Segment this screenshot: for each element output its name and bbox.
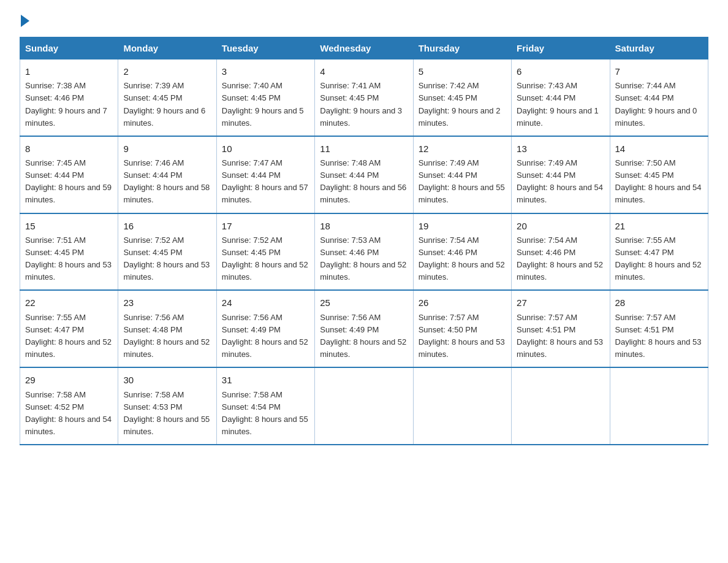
- day-cell: 13Sunrise: 7:49 AMSunset: 4:44 PMDayligh…: [512, 136, 610, 213]
- day-cell: 23Sunrise: 7:56 AMSunset: 4:48 PMDayligh…: [118, 290, 216, 367]
- day-number: 14: [615, 142, 703, 156]
- day-cell: 17Sunrise: 7:52 AMSunset: 4:45 PMDayligh…: [216, 213, 314, 291]
- calendar-body: 1Sunrise: 7:38 AMSunset: 4:46 PMDaylight…: [20, 59, 708, 445]
- day-info: Sunrise: 7:56 AMSunset: 4:48 PMDaylight:…: [123, 313, 210, 359]
- day-cell: 31Sunrise: 7:58 AMSunset: 4:54 PMDayligh…: [216, 367, 314, 445]
- header-row: SundayMondayTuesdayWednesdayThursdayFrid…: [20, 37, 708, 59]
- day-number: 18: [320, 219, 408, 233]
- day-info: Sunrise: 7:46 AMSunset: 4:44 PMDaylight:…: [123, 158, 210, 204]
- day-cell: 1Sunrise: 7:38 AMSunset: 4:46 PMDaylight…: [20, 59, 118, 136]
- day-number: 1: [25, 64, 113, 79]
- day-cell: 8Sunrise: 7:45 AMSunset: 4:44 PMDaylight…: [20, 136, 118, 213]
- day-cell: 26Sunrise: 7:57 AMSunset: 4:50 PMDayligh…: [413, 290, 511, 367]
- day-number: 9: [123, 142, 211, 156]
- calendar-header: SundayMondayTuesdayWednesdayThursdayFrid…: [20, 37, 708, 59]
- header-cell-sunday: Sunday: [20, 37, 118, 59]
- header-cell-saturday: Saturday: [610, 37, 708, 59]
- day-number: 23: [123, 296, 211, 310]
- day-info: Sunrise: 7:50 AMSunset: 4:45 PMDaylight:…: [615, 158, 702, 204]
- day-info: Sunrise: 7:54 AMSunset: 4:46 PMDaylight:…: [517, 236, 603, 282]
- day-cell: [610, 367, 708, 445]
- day-info: Sunrise: 7:49 AMSunset: 4:44 PMDaylight:…: [517, 158, 603, 204]
- week-row-2: 8Sunrise: 7:45 AMSunset: 4:44 PMDaylight…: [20, 136, 708, 213]
- day-cell: 10Sunrise: 7:47 AMSunset: 4:44 PMDayligh…: [216, 136, 314, 213]
- day-info: Sunrise: 7:39 AMSunset: 4:45 PMDaylight:…: [123, 81, 205, 127]
- day-number: 17: [222, 219, 309, 233]
- day-number: 21: [615, 219, 703, 233]
- day-number: 10: [222, 142, 309, 156]
- header-cell-friday: Friday: [512, 37, 610, 59]
- day-number: 25: [320, 296, 408, 310]
- day-cell: [315, 367, 413, 445]
- day-cell: 19Sunrise: 7:54 AMSunset: 4:46 PMDayligh…: [413, 213, 511, 291]
- day-cell: 2Sunrise: 7:39 AMSunset: 4:45 PMDaylight…: [118, 59, 216, 136]
- day-info: Sunrise: 7:38 AMSunset: 4:46 PMDaylight:…: [25, 81, 107, 127]
- week-row-1: 1Sunrise: 7:38 AMSunset: 4:46 PMDaylight…: [20, 59, 708, 136]
- day-number: 6: [517, 64, 604, 79]
- header-cell-monday: Monday: [118, 37, 216, 59]
- day-number: 11: [320, 142, 408, 156]
- day-cell: 7Sunrise: 7:44 AMSunset: 4:44 PMDaylight…: [610, 59, 708, 136]
- header-cell-thursday: Thursday: [413, 37, 511, 59]
- day-number: 20: [517, 219, 604, 233]
- day-info: Sunrise: 7:41 AMSunset: 4:45 PMDaylight:…: [320, 81, 402, 127]
- day-cell: 24Sunrise: 7:56 AMSunset: 4:49 PMDayligh…: [216, 290, 314, 367]
- day-info: Sunrise: 7:53 AMSunset: 4:46 PMDaylight:…: [320, 236, 406, 282]
- day-number: 7: [615, 64, 703, 79]
- day-number: 22: [25, 296, 113, 310]
- week-row-3: 15Sunrise: 7:51 AMSunset: 4:45 PMDayligh…: [20, 213, 708, 291]
- day-info: Sunrise: 7:51 AMSunset: 4:45 PMDaylight:…: [25, 236, 112, 282]
- day-info: Sunrise: 7:57 AMSunset: 4:51 PMDaylight:…: [517, 313, 603, 359]
- day-info: Sunrise: 7:44 AMSunset: 4:44 PMDaylight:…: [615, 81, 697, 127]
- week-row-5: 29Sunrise: 7:58 AMSunset: 4:52 PMDayligh…: [20, 367, 708, 445]
- day-cell: 15Sunrise: 7:51 AMSunset: 4:45 PMDayligh…: [20, 213, 118, 291]
- day-cell: 16Sunrise: 7:52 AMSunset: 4:45 PMDayligh…: [118, 213, 216, 291]
- day-number: 2: [123, 64, 211, 79]
- day-cell: 12Sunrise: 7:49 AMSunset: 4:44 PMDayligh…: [413, 136, 511, 213]
- day-info: Sunrise: 7:52 AMSunset: 4:45 PMDaylight:…: [123, 236, 210, 282]
- day-info: Sunrise: 7:47 AMSunset: 4:44 PMDaylight:…: [222, 158, 308, 204]
- day-info: Sunrise: 7:49 AMSunset: 4:44 PMDaylight:…: [419, 158, 505, 204]
- day-info: Sunrise: 7:55 AMSunset: 4:47 PMDaylight:…: [615, 236, 702, 282]
- day-info: Sunrise: 7:58 AMSunset: 4:53 PMDaylight:…: [123, 390, 210, 436]
- day-number: 19: [419, 219, 506, 233]
- day-info: Sunrise: 7:57 AMSunset: 4:51 PMDaylight:…: [615, 313, 702, 359]
- day-cell: [512, 367, 610, 445]
- header-cell-tuesday: Tuesday: [216, 37, 314, 59]
- day-cell: 21Sunrise: 7:55 AMSunset: 4:47 PMDayligh…: [610, 213, 708, 291]
- page-header: [20, 15, 708, 25]
- day-cell: 25Sunrise: 7:56 AMSunset: 4:49 PMDayligh…: [315, 290, 413, 367]
- day-cell: 6Sunrise: 7:43 AMSunset: 4:44 PMDaylight…: [512, 59, 610, 136]
- day-info: Sunrise: 7:57 AMSunset: 4:50 PMDaylight:…: [419, 313, 505, 359]
- day-number: 12: [419, 142, 506, 156]
- day-number: 26: [419, 296, 506, 310]
- day-number: 4: [320, 64, 408, 79]
- logo-arrow-icon: [21, 15, 29, 27]
- day-number: 31: [222, 373, 309, 387]
- day-info: Sunrise: 7:40 AMSunset: 4:45 PMDaylight:…: [222, 81, 304, 127]
- day-info: Sunrise: 7:58 AMSunset: 4:54 PMDaylight:…: [222, 390, 308, 436]
- day-cell: 3Sunrise: 7:40 AMSunset: 4:45 PMDaylight…: [216, 59, 314, 136]
- day-number: 30: [123, 373, 211, 387]
- day-cell: 4Sunrise: 7:41 AMSunset: 4:45 PMDaylight…: [315, 59, 413, 136]
- day-cell: 11Sunrise: 7:48 AMSunset: 4:44 PMDayligh…: [315, 136, 413, 213]
- day-number: 27: [517, 296, 604, 310]
- calendar-table: SundayMondayTuesdayWednesdayThursdayFrid…: [20, 37, 708, 445]
- day-cell: 18Sunrise: 7:53 AMSunset: 4:46 PMDayligh…: [315, 213, 413, 291]
- day-info: Sunrise: 7:58 AMSunset: 4:52 PMDaylight:…: [25, 390, 112, 436]
- day-cell: 22Sunrise: 7:55 AMSunset: 4:47 PMDayligh…: [20, 290, 118, 367]
- day-cell: 20Sunrise: 7:54 AMSunset: 4:46 PMDayligh…: [512, 213, 610, 291]
- week-row-4: 22Sunrise: 7:55 AMSunset: 4:47 PMDayligh…: [20, 290, 708, 367]
- day-info: Sunrise: 7:48 AMSunset: 4:44 PMDaylight:…: [320, 158, 406, 204]
- day-cell: [413, 367, 511, 445]
- header-cell-wednesday: Wednesday: [315, 37, 413, 59]
- day-cell: 29Sunrise: 7:58 AMSunset: 4:52 PMDayligh…: [20, 367, 118, 445]
- day-info: Sunrise: 7:54 AMSunset: 4:46 PMDaylight:…: [419, 236, 505, 282]
- day-cell: 30Sunrise: 7:58 AMSunset: 4:53 PMDayligh…: [118, 367, 216, 445]
- day-cell: 27Sunrise: 7:57 AMSunset: 4:51 PMDayligh…: [512, 290, 610, 367]
- day-number: 15: [25, 219, 113, 233]
- day-number: 29: [25, 373, 113, 387]
- day-number: 24: [222, 296, 309, 310]
- day-number: 8: [25, 142, 113, 156]
- day-number: 3: [222, 64, 309, 79]
